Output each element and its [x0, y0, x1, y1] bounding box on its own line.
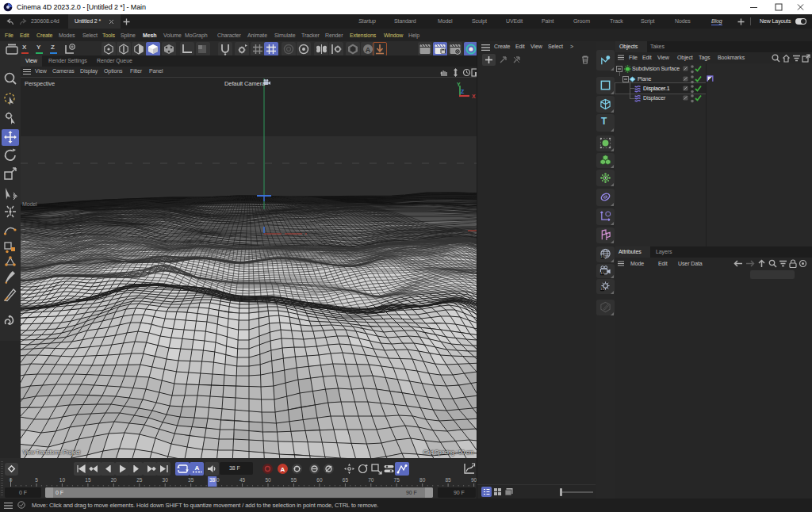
svg-text:65: 65	[343, 477, 349, 483]
svg-text:5: 5	[35, 477, 38, 483]
svg-text:35: 35	[188, 477, 194, 483]
svg-text:20: 20	[111, 477, 117, 483]
svg-text:1:1: 1:1	[600, 272, 604, 275]
svg-text:1:1: 1:1	[601, 255, 605, 258]
svg-text:60: 60	[316, 477, 323, 483]
svg-text:25: 25	[136, 477, 143, 483]
svg-text:75: 75	[394, 477, 400, 483]
svg-text:1:1: 1:1	[600, 288, 604, 291]
svg-text:80: 80	[419, 477, 426, 483]
svg-text:15: 15	[85, 477, 91, 483]
svg-text:A: A	[366, 46, 371, 54]
svg-text:X: X	[472, 94, 476, 99]
svg-text:85: 85	[445, 477, 451, 483]
svg-text:38: 38	[209, 477, 216, 483]
svg-text:10: 10	[59, 477, 66, 483]
svg-text:Y: Y	[457, 82, 461, 87]
svg-text:A: A	[281, 466, 285, 473]
svg-text:A: A	[195, 464, 200, 472]
svg-text:55: 55	[291, 477, 297, 483]
svg-text:45: 45	[239, 477, 246, 483]
svg-text:Z: Z	[461, 89, 465, 94]
svg-text:30: 30	[163, 477, 169, 483]
svg-text:50: 50	[265, 477, 271, 483]
svg-text:70: 70	[368, 477, 374, 483]
